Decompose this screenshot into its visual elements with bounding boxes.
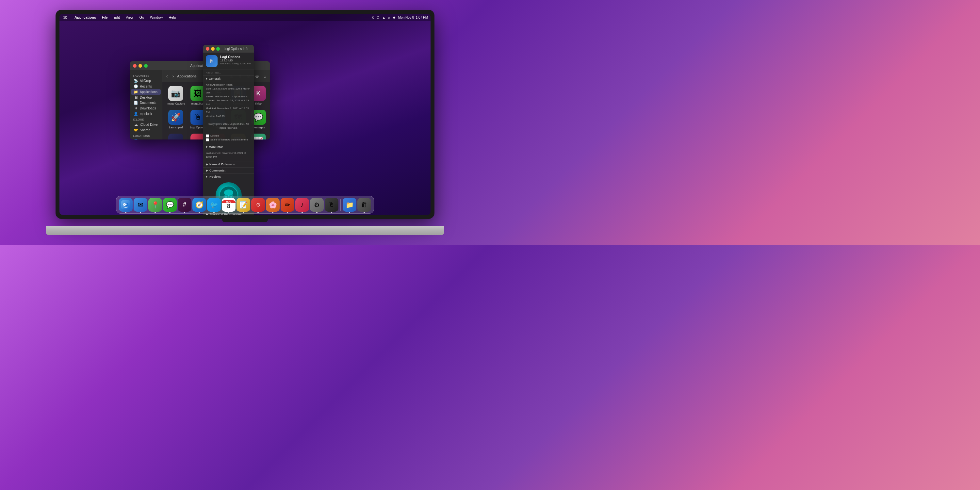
dock-photos[interactable]: 🌸: [266, 198, 280, 212]
info-version: Version: 8.40.79: [206, 115, 251, 118]
info-maximize-button[interactable]: [216, 47, 220, 51]
maximize-button[interactable]: [144, 64, 148, 68]
sidebar-icloud-label: iCloud: [130, 117, 162, 122]
sidebar-downloads-label: Downloads: [140, 107, 156, 110]
dock-finder[interactable]: [119, 198, 133, 212]
sidebar-item-desktop[interactable]: 🖥 Desktop: [131, 95, 161, 100]
sidebar-item-user[interactable]: 👤 mpoluck: [131, 111, 161, 117]
info-close-button[interactable]: [206, 47, 209, 51]
minimize-button[interactable]: [138, 64, 142, 68]
info-general-section: ▾ General: Kind: Application (Intel) Siz…: [203, 76, 254, 144]
menubar-file[interactable]: File: [101, 15, 109, 19]
app-name-image-capture: Image Capture: [166, 102, 186, 105]
nameext-label: Name & Extension:: [209, 163, 236, 166]
menubar-window[interactable]: Window: [149, 15, 164, 19]
dock-pixelmator[interactable]: ✏: [281, 198, 294, 212]
info-copyright: Copyright © 2021 Logitech Inc., All righ…: [206, 122, 251, 130]
info-preview-header[interactable]: ▾ Preview:: [203, 174, 254, 180]
general-chevron-icon: ▾: [206, 77, 207, 80]
sidebar-item-network[interactable]: 🌐 Network: [131, 138, 161, 140]
user-icon: 👤: [134, 112, 138, 116]
icloud-icon: ☁: [134, 123, 138, 127]
dock-sysprefs[interactable]: ⚙: [310, 198, 324, 212]
info-general-content: Kind: Application (Intel) Size: 113,283,…: [203, 82, 254, 144]
info-created: Created: September 24, 2021 at 8:33 AM: [206, 99, 251, 107]
info-moreinfo-header[interactable]: ▾ More Info:: [203, 144, 254, 150]
info-tags[interactable]: Add 3 Tags...: [203, 70, 254, 76]
dock-messages[interactable]: 💬: [163, 198, 177, 212]
documents-icon: 📄: [134, 100, 138, 105]
network-icon: 🌐: [134, 139, 138, 140]
apple-menu[interactable]: ⌘: [62, 15, 68, 20]
more-options-icon[interactable]: ⊕: [254, 73, 260, 80]
laptop-base: [46, 226, 444, 235]
applications-icon: 📁: [134, 90, 138, 94]
sidebar-item-icloud[interactable]: ☁ iCloud Drive: [131, 122, 161, 127]
sidebar-item-shared[interactable]: 🤝 Shared: [131, 127, 161, 133]
menubar-go[interactable]: Go: [138, 15, 145, 19]
finder-sidebar: Favorites 📡 AirDrop 🕐 Recents 📁 Applicat…: [130, 70, 162, 140]
dock-music[interactable]: ♪: [295, 198, 309, 212]
info-comments-section: ▶ Comments:: [203, 167, 254, 174]
dock-reminders[interactable]: ⊙: [251, 198, 265, 212]
dock-mxmaster[interactable]: 🖱: [325, 198, 339, 212]
sidebar-shared-label: Shared: [140, 128, 150, 132]
info-app-name: Logi Options: [220, 55, 251, 59]
preview-label: Preview:: [209, 175, 221, 178]
path-label: Applications: [177, 74, 196, 78]
menubar-siri-icon[interactable]: ◉: [393, 16, 396, 19]
dock-twitter[interactable]: 🐦: [207, 198, 221, 212]
scale-label: Scale to fit below built-in camera: [210, 138, 248, 142]
menubar-k-icon: K: [372, 16, 374, 19]
info-minimize-button[interactable]: [211, 47, 215, 51]
dock-mail[interactable]: ✉: [134, 198, 147, 212]
sidebar-desktop-label: Desktop: [140, 96, 152, 99]
app-item-launchpad[interactable]: 🚀 Launchpad: [165, 108, 187, 130]
info-header: 🖱 Logi Options 113.3 MB Modified: Today,…: [203, 52, 254, 70]
menubar-search-icon[interactable]: ⌕: [388, 16, 390, 19]
close-button[interactable]: [133, 64, 137, 68]
back-button[interactable]: ‹: [165, 73, 169, 80]
app-item-image-capture[interactable]: 📷 Image Capture: [165, 84, 187, 107]
search-icon[interactable]: ⌕: [262, 73, 267, 80]
info-comments-header[interactable]: ▶ Comments:: [203, 167, 254, 173]
sidebar-icloud-label-text: iCloud Drive: [140, 123, 158, 126]
info-general-header[interactable]: ▾ General:: [203, 76, 254, 82]
sidebar-favorites-label: Favorites: [130, 73, 162, 78]
dock-slack[interactable]: #: [178, 198, 191, 212]
menubar-bluetooth-icon: ⬡: [377, 16, 380, 19]
tags-placeholder: Add 3 Tags...: [206, 71, 221, 74]
menubar-right: K ⬡ ▲ ⌕ ◉ Mon Nov 8 1:07 PM: [372, 16, 428, 19]
sidebar-item-applications[interactable]: 📁 Applications: [131, 89, 161, 95]
svg-point-11: [126, 204, 127, 205]
sidebar-item-airdrop[interactable]: 📡 AirDrop: [131, 78, 161, 84]
sidebar-item-downloads[interactable]: ⬇ Downloads: [131, 105, 161, 111]
menubar-app-name[interactable]: Applications: [73, 15, 97, 19]
sidebar-item-documents[interactable]: 📄 Documents: [131, 100, 161, 105]
menubar-help[interactable]: Help: [167, 15, 177, 19]
forward-button[interactable]: ›: [171, 73, 175, 80]
info-titlebar: Logi Options Info: [203, 45, 254, 52]
preview-chevron-icon: ▾: [206, 175, 207, 178]
dock: ✉ 📍 💬 # 🧭 🐦 NOV 8 📝 ⊙ 🌸 ✏ ♪ ⚙ 🖱 📁: [116, 196, 374, 214]
menubar-wifi-icon: ▲: [382, 16, 385, 19]
laptop: ⌘ Applications File Edit View Go Window …: [56, 10, 434, 235]
menubar-view[interactable]: View: [125, 15, 135, 19]
menubar-edit[interactable]: Edit: [113, 15, 121, 19]
dock-safari[interactable]: 🧭: [192, 198, 206, 212]
dock-calendar[interactable]: NOV 8: [222, 198, 235, 212]
shared-icon: 🤝: [134, 128, 138, 132]
app-item-missioncontrol[interactable]: ⊞ Mission Control: [165, 132, 187, 140]
dock-folder[interactable]: 📁: [343, 198, 356, 212]
dock-maps[interactable]: 📍: [148, 198, 162, 212]
scale-checkbox[interactable]: [206, 138, 209, 142]
info-locked-row: Locked: [206, 134, 251, 138]
laptop-notch: [222, 218, 268, 222]
svg-point-1: [224, 189, 233, 196]
dock-notes[interactable]: 📝: [237, 198, 250, 212]
info-nameext-header[interactable]: ▶ Name & Extension:: [203, 161, 254, 167]
locked-checkbox[interactable]: [206, 134, 209, 137]
dock-trash[interactable]: 🗑: [357, 198, 371, 212]
sidebar-item-recents[interactable]: 🕐 Recents: [131, 84, 161, 89]
info-modified-detail: Modified: November 8, 2021 at 12:55 PM: [206, 107, 251, 115]
